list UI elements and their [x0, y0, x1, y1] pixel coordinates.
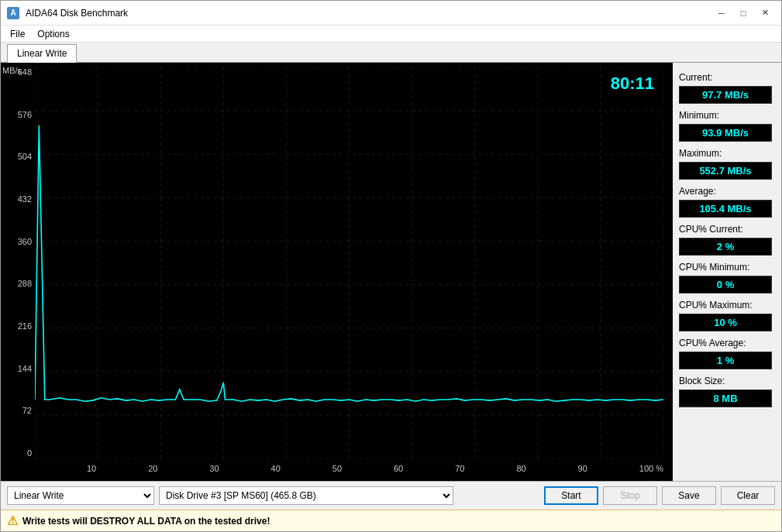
- test-type-dropdown[interactable]: Linear Write Linear Read Random Write Ra…: [7, 486, 154, 505]
- cpu-average-value: 1 %: [679, 352, 772, 369]
- minimum-label: Minimum:: [679, 110, 775, 121]
- x-label-70: 70: [455, 464, 464, 473]
- clear-button[interactable]: Clear: [721, 486, 775, 505]
- x-label-40: 40: [271, 464, 281, 473]
- y-label-0: 0: [1, 448, 35, 458]
- cpu-current-label: CPU% Current:: [679, 224, 775, 235]
- x-label-60: 60: [394, 464, 403, 473]
- y-label-360: 360: [1, 237, 35, 246]
- cpu-minimum-label: CPU% Minimum:: [679, 262, 775, 273]
- x-label-100: 100 %: [639, 464, 663, 473]
- y-label-504: 504: [1, 152, 35, 161]
- cpu-average-label: CPU% Average:: [679, 338, 775, 348]
- x-label-80: 80: [516, 464, 525, 473]
- menu-bar: File Options: [1, 26, 781, 43]
- y-label-72: 72: [1, 406, 35, 415]
- chart-area: MB/s 648 576 504 432 360 288 216 144 72 …: [1, 63, 673, 481]
- y-axis-labels: 648 576 504 432 360 288 216 144 72 0: [1, 67, 35, 459]
- tab-bar: Linear Write: [1, 43, 781, 63]
- bottom-controls: Linear Write Linear Read Random Write Ra…: [7, 486, 775, 505]
- start-button[interactable]: Start: [544, 486, 598, 505]
- drive-dropdown[interactable]: Disk Drive #3 [SP MS60] (465.8 GB): [159, 486, 453, 505]
- app-title: AIDA64 Disk Benchmark: [26, 8, 128, 19]
- warning-text: Write tests will DESTROY ALL DATA on the…: [22, 516, 270, 527]
- timer-display: 80:11: [611, 74, 654, 94]
- x-label-10: 10: [87, 464, 96, 473]
- cpu-minimum-value: 0 %: [679, 276, 772, 293]
- x-axis-labels: 10 20 30 40 50 60 70 80 90 100 %: [35, 459, 663, 478]
- y-label-288: 288: [1, 279, 35, 288]
- right-panel: Current: 97.7 MB/s Minimum: 93.9 MB/s Ma…: [673, 63, 781, 481]
- y-label-648: 648: [1, 67, 35, 77]
- x-label-20: 20: [148, 464, 157, 473]
- bottom-bar: Linear Write Linear Read Random Write Ra…: [1, 481, 781, 510]
- maximum-value: 552.7 MB/s: [679, 162, 772, 180]
- menu-options[interactable]: Options: [31, 27, 75, 41]
- app-window: A AIDA64 Disk Benchmark ─ □ ✕ File Optio…: [0, 0, 782, 532]
- cpu-current-value: 2 %: [679, 238, 772, 256]
- minimize-button[interactable]: ─: [711, 5, 732, 22]
- current-value: 97.7 MB/s: [679, 86, 772, 104]
- warning-bar: ⚠ Write tests will DESTROY ALL DATA on t…: [1, 510, 781, 531]
- cpu-maximum-label: CPU% Maximum:: [679, 300, 775, 311]
- menu-file[interactable]: File: [4, 27, 31, 41]
- title-bar-controls: ─ □ ✕: [711, 5, 775, 22]
- block-size-value: 8 MB: [679, 390, 772, 407]
- cpu-maximum-value: 10 %: [679, 314, 772, 331]
- chart-svg: [35, 67, 663, 459]
- title-bar: A AIDA64 Disk Benchmark ─ □ ✕: [1, 1, 781, 26]
- maximize-button[interactable]: □: [733, 5, 753, 22]
- minimum-value: 93.9 MB/s: [679, 124, 772, 142]
- y-label-144: 144: [1, 364, 35, 373]
- close-button[interactable]: ✕: [755, 5, 775, 22]
- x-label-50: 50: [332, 464, 342, 473]
- x-label-90: 90: [578, 464, 587, 473]
- block-size-label: Block Size:: [679, 376, 775, 386]
- maximum-label: Maximum:: [679, 148, 775, 159]
- main-content: MB/s 648 576 504 432 360 288 216 144 72 …: [1, 63, 781, 481]
- save-button[interactable]: Save: [662, 486, 716, 505]
- y-label-432: 432: [1, 194, 35, 204]
- chart-canvas: 80:11: [35, 67, 663, 459]
- y-label-216: 216: [1, 321, 35, 331]
- warning-icon: ⚠: [7, 513, 18, 528]
- x-label-30: 30: [209, 464, 219, 473]
- title-bar-left: A AIDA64 Disk Benchmark: [7, 7, 128, 19]
- current-label: Current:: [679, 72, 775, 83]
- y-label-576: 576: [1, 110, 35, 119]
- chart-inner: 648 576 504 432 360 288 216 144 72 0 80:…: [1, 67, 663, 478]
- average-value: 105.4 MB/s: [679, 200, 772, 218]
- tab-linear-write[interactable]: Linear Write: [7, 44, 77, 63]
- average-label: Average:: [679, 186, 775, 197]
- app-icon: A: [7, 7, 19, 19]
- stop-button[interactable]: Stop: [603, 486, 657, 505]
